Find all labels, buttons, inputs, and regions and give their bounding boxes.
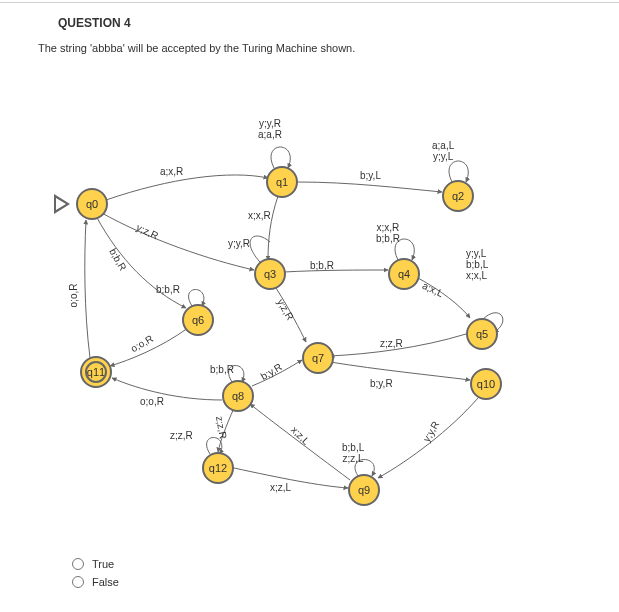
state-label: q1	[276, 176, 288, 188]
state-q3: q3	[254, 258, 286, 290]
state-q7: q7	[302, 342, 334, 374]
label-q1-self: y;y,R a;a,R	[258, 118, 282, 140]
label-q6-q11: o;o,R	[129, 333, 155, 354]
label-q5-q7: z;z,R	[380, 338, 403, 349]
label-q8-q11: o;o,R	[140, 396, 164, 407]
state-label: q2	[452, 190, 464, 202]
state-q12: q12	[202, 452, 234, 484]
state-q6: q6	[182, 304, 214, 336]
state-label: q3	[264, 268, 276, 280]
label-q3-q7: y;z,R	[275, 297, 296, 322]
label-q5-self: y;y,L b;b,L x;x,L	[466, 248, 488, 281]
label-q3-self: y;y,R	[228, 238, 250, 249]
label-q0-q6: b;b,R	[107, 246, 128, 272]
state-label: q11	[87, 366, 105, 378]
answer-false-row[interactable]: False	[72, 576, 119, 588]
label-q2-self: a;a,L y;y,L	[432, 140, 454, 162]
answer-false-label: False	[92, 576, 119, 588]
label-q1-q2: b;y,L	[360, 170, 381, 181]
label-q0-q3: y;z,R	[135, 222, 160, 242]
state-label: q5	[476, 328, 488, 340]
state-label: q6	[192, 314, 204, 326]
label-q8-self: b;b,R	[210, 364, 234, 375]
state-q9: q9	[348, 474, 380, 506]
answer-true-row[interactable]: True	[72, 558, 119, 570]
label-q11-q0: o;o,R	[68, 284, 79, 308]
state-q11-accepting: q11	[80, 356, 112, 388]
state-q8: q8	[222, 380, 254, 412]
state-q2: q2	[442, 180, 474, 212]
label-q6-self: b;b,R	[156, 284, 180, 295]
turing-machine-diagram: q0 q1 q2 q3 q4 q5 q6 q7 q8 q9 q10 q11 q1…	[0, 70, 619, 560]
state-q10: q10	[470, 368, 502, 400]
question-header: QUESTION 4	[58, 16, 131, 30]
label-q8-q7: b;y,R	[259, 361, 284, 382]
answer-options: True False	[72, 558, 119, 594]
state-label: q12	[209, 462, 227, 474]
label-q12-q9: x;z,L	[270, 482, 291, 493]
question-text: The string 'abbba' will be accepted by t…	[38, 42, 355, 54]
state-label: q8	[232, 390, 244, 402]
label-q4-q5: a;x,L	[421, 280, 445, 299]
label-q9-q8: x;z,L	[289, 424, 312, 447]
label-q10-q9: y;y,R	[421, 419, 442, 444]
label-q7-q10: b;y,R	[370, 378, 393, 389]
state-q1: q1	[266, 166, 298, 198]
state-q5: q5	[466, 318, 498, 350]
label-q9-self: b;b,L z;z,L	[342, 442, 364, 464]
state-label: q7	[312, 352, 324, 364]
start-marker	[54, 194, 70, 214]
radio-icon[interactable]	[72, 576, 84, 588]
edges-svg	[0, 70, 619, 560]
label-q0-q1: a;x,R	[160, 166, 183, 177]
label-q4-self: x;x,R b;b,R	[376, 222, 400, 244]
label-q12-self: z;z,R	[170, 430, 193, 441]
answer-true-label: True	[92, 558, 114, 570]
radio-icon[interactable]	[72, 558, 84, 570]
label-q3-q4: b;b,R	[310, 260, 334, 271]
label-q8-q12: z;z,R	[214, 415, 229, 439]
state-q4: q4	[388, 258, 420, 290]
state-label: q10	[477, 378, 495, 390]
divider	[0, 2, 619, 3]
state-label: q9	[358, 484, 370, 496]
state-label: q4	[398, 268, 410, 280]
state-label: q0	[86, 198, 98, 210]
state-q0: q0	[76, 188, 108, 220]
label-q1-q3: x;x,R	[248, 210, 271, 221]
